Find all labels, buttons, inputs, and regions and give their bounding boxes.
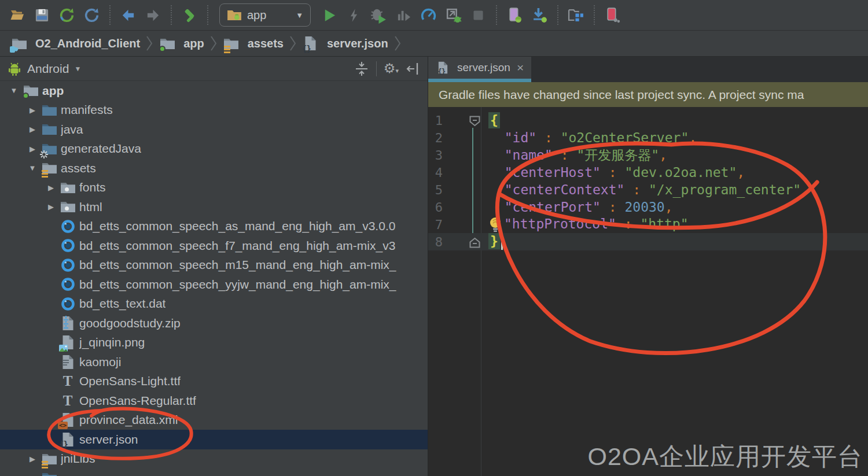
breadcrumb-item-server-json[interactable]: {} server.json: [300, 36, 391, 51]
code-line-6[interactable]: 6 "centerPort" : 20030,: [428, 198, 868, 216]
code-line-7[interactable]: 7"httpProtocol" : "http": [428, 216, 868, 233]
code-token: "centerContext": [505, 182, 625, 197]
tree-item-kaomoji[interactable]: kaomoji: [0, 352, 428, 372]
chevron-collapsed-icon[interactable]: ▶: [24, 125, 41, 134]
image-file-icon: [59, 335, 76, 350]
chevron-down-icon[interactable]: ▼: [74, 65, 81, 73]
tree-item-opensans-light-ttf[interactable]: TOpenSans-Light.ttf: [0, 372, 428, 392]
tree-item-jnilibs[interactable]: ▶jniLibs: [0, 449, 428, 469]
code-token: [488, 130, 505, 145]
forward-button[interactable]: [141, 3, 165, 27]
project-icon: [10, 36, 28, 51]
code-line-5[interactable]: 5 "centerContext" : "/x_program_center",: [428, 181, 868, 198]
code-token: 20030: [624, 200, 664, 215]
back-button[interactable]: [116, 3, 141, 27]
gradle-sync-message: Gradle files have changed since last pro…: [439, 88, 804, 102]
tree-item-manifests[interactable]: ▶manifests: [0, 101, 428, 120]
code-token: "http": [640, 216, 688, 231]
code-token: [617, 165, 625, 180]
tree-item-server-json[interactable]: {}server.json: [0, 430, 428, 449]
chevron-expanded-icon[interactable]: ▼: [24, 164, 41, 172]
chevron-collapsed-icon[interactable]: ▶: [43, 183, 59, 192]
profile-button[interactable]: [391, 3, 416, 27]
tree-item-assets[interactable]: ▼assets: [0, 158, 428, 178]
chevron-collapsed-icon[interactable]: ▶: [24, 455, 41, 463]
tree-item-label: java: [61, 123, 83, 136]
sdk-manager-button[interactable]: [527, 3, 552, 27]
fold-marker-icon[interactable]: [469, 115, 480, 130]
module-folder-icon: [159, 36, 176, 51]
tree-item-bd-etts-common-speech-yyjw-mand-eng-high-am-mix-[interactable]: bd_etts_common_speech_yyjw_mand_eng_high…: [0, 275, 428, 294]
code-line-1[interactable]: 1{: [428, 112, 868, 129]
apply-changes-button[interactable]: [341, 3, 366, 27]
tree-item-label: OpenSans-Regular.ttf: [79, 394, 196, 408]
breadcrumb: O2_Android_Client app assets {} server.j…: [0, 31, 868, 57]
gradle-sync-button[interactable]: [54, 3, 79, 27]
refresh-button[interactable]: [79, 3, 104, 27]
fold-marker-icon[interactable]: [469, 236, 480, 251]
attach-debugger-icon: [445, 7, 462, 24]
panel-header-divider: [376, 61, 377, 76]
chevron-collapsed-icon[interactable]: ▶: [24, 474, 41, 476]
blue-folder-icon: [41, 121, 58, 137]
run-config-select[interactable]: app ▼: [219, 3, 311, 27]
code-line-3[interactable]: 3 "name" : "开发服务器",: [428, 146, 868, 164]
breadcrumb-item-app[interactable]: app: [156, 36, 207, 51]
run-button[interactable]: [317, 3, 341, 27]
chevron-expanded-icon[interactable]: ▼: [6, 86, 22, 95]
stop-icon: [471, 8, 486, 23]
build-button[interactable]: [177, 3, 202, 27]
tree-item-label: kaomoji: [79, 355, 121, 369]
profiler-button[interactable]: [416, 3, 441, 27]
profile-bars-icon: [396, 8, 411, 23]
tree-item-bd-etts-text-dat[interactable]: bd_etts_text.dat: [0, 294, 428, 314]
tree-item-app[interactable]: ▼app: [0, 81, 428, 101]
tree-item-html[interactable]: ▶html: [0, 197, 428, 217]
tree-item-label: bd_etts_text.dat: [79, 297, 165, 311]
arrow-right-icon: [145, 8, 161, 23]
chevron-collapsed-icon[interactable]: ▶: [24, 106, 41, 115]
stop-button[interactable]: [466, 3, 491, 27]
settings-gear-icon[interactable]: ⚙▾: [384, 61, 399, 76]
code-token: [488, 200, 505, 215]
debug-button[interactable]: [366, 3, 391, 27]
tree-item-label: server.json: [79, 433, 138, 447]
code-line-2[interactable]: 2 "id" : "o2CenterServer",: [428, 129, 868, 146]
folder-squares-icon: [568, 7, 584, 24]
tree-item-fonts[interactable]: ▶fonts: [0, 178, 428, 198]
hammer-icon: [181, 7, 198, 24]
tree-item-goodgoodstudy-zip[interactable]: goodgoodstudy.zip: [0, 313, 428, 333]
avd-manager-button[interactable]: [502, 3, 527, 27]
open-project-button[interactable]: [5, 3, 30, 27]
tree-item-bd-etts-common-speech-as-mand-eng-high-am-v3-0-0[interactable]: bd_etts_common_speech_as_mand_eng_high_a…: [0, 217, 428, 237]
breadcrumb-item-project[interactable]: O2_Android_Client: [8, 36, 142, 51]
device-file-explorer-button[interactable]: [564, 3, 589, 27]
collapse-all-icon[interactable]: [354, 61, 369, 77]
tab-server-json[interactable]: {} server.json ×: [428, 57, 531, 82]
tree-item-partial[interactable]: ▶: [0, 468, 428, 476]
logcat-button[interactable]: [600, 3, 625, 27]
tree-item-j-qinqin-png[interactable]: j_qinqin.png: [0, 333, 428, 353]
code-line-4[interactable]: 4 "centerHost" : "dev.o2oa.net",: [428, 164, 868, 181]
toolbar-separator: [594, 5, 595, 25]
tree-item-generatedjava[interactable]: ▶generatedJava: [0, 139, 428, 159]
intention-bulb-icon[interactable]: [488, 216, 504, 233]
project-tree[interactable]: ▼app▶manifests▶java▶generatedJava▼assets…: [0, 81, 428, 476]
code-editor[interactable]: 1{2 "id" : "o2CenterServer",3 "name" : "…: [428, 107, 868, 476]
line-number: 7: [428, 217, 443, 232]
attach-debugger-button[interactable]: [441, 3, 466, 27]
tree-item-bd-etts-common-speech-f7-mand-eng-high-am-mix-v3[interactable]: bd_etts_common_speech_f7_mand_eng_high_a…: [0, 236, 428, 256]
tree-item-bd-etts-common-speech-m15-mand-eng-high-am-mix-[interactable]: bd_etts_common_speech_m15_mand_eng_high_…: [0, 256, 428, 275]
tree-item-java[interactable]: ▶java: [0, 120, 428, 139]
project-view-selector[interactable]: Android: [27, 62, 69, 76]
tree-item-province-data-xml[interactable]: <>province_data.xml: [0, 411, 428, 430]
close-icon[interactable]: ×: [517, 61, 524, 75]
tree-item-opensans-regular-ttf[interactable]: TOpenSans-Regular.ttf: [0, 391, 428, 411]
code-token: [488, 147, 505, 163]
save-all-button[interactable]: [30, 3, 54, 27]
chevron-collapsed-icon[interactable]: ▶: [24, 145, 41, 153]
breadcrumb-item-assets[interactable]: assets: [220, 36, 286, 51]
hide-panel-icon[interactable]: [406, 61, 420, 76]
chevron-collapsed-icon[interactable]: ▶: [43, 202, 59, 211]
code-line-8[interactable]: 8}: [428, 233, 868, 250]
